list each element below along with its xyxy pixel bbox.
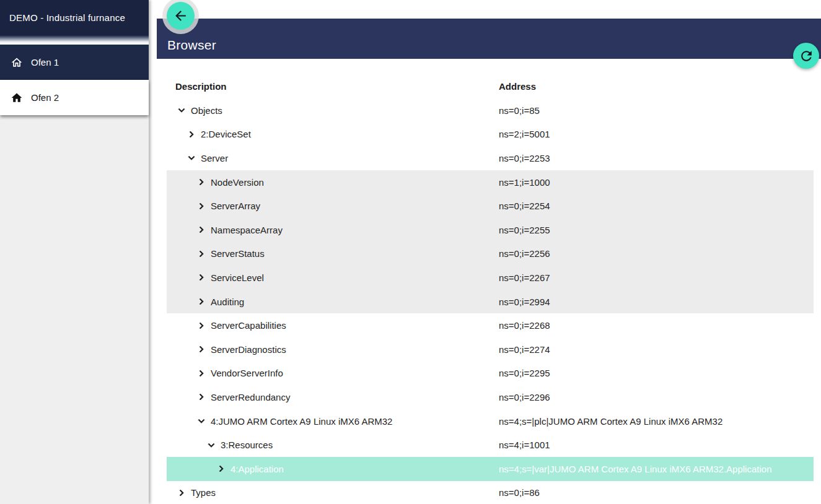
tree-row[interactable]: Serverns=0;i=2253	[167, 146, 814, 170]
sidebar-header: DEMO - Industrial furnance	[0, 0, 149, 35]
node-label: ServerArray	[211, 201, 260, 211]
node-address: ns=0;i=85	[499, 105, 540, 116]
node-address: ns=1;i=1000	[499, 177, 550, 188]
node-address: ns=0;i=2254	[499, 201, 550, 211]
tree-row[interactable]: 3:Resourcesns=4;i=1001	[167, 433, 814, 457]
tree-row[interactable]: NamespaceArrayns=0;i=2255	[167, 218, 814, 242]
node-address: ns=0;i=2268	[499, 320, 550, 331]
chevron-down-icon[interactable]	[195, 415, 208, 427]
arrow-left-icon	[173, 8, 188, 24]
tree-row[interactable]: Auditingns=0;i=2994	[167, 290, 814, 314]
app-root: DEMO - Industrial furnance Ofen 1 Ofen 2…	[0, 0, 821, 504]
sidebar-item-label: Ofen 1	[31, 57, 59, 67]
node-address: ns=0;i=2255	[499, 225, 550, 235]
tree-row[interactable]: ServerArrayns=0;i=2254	[167, 194, 814, 218]
column-header-address: Address	[499, 81, 536, 92]
node-label: 4:JUMO ARM Cortex A9 Linux iMX6 ARM32	[211, 416, 392, 427]
chevron-right-icon[interactable]	[195, 176, 208, 188]
chevron-right-icon[interactable]	[195, 271, 208, 284]
refresh-button[interactable]	[793, 43, 819, 69]
table-header-row: Description Address	[167, 74, 814, 98]
chevron-down-icon[interactable]	[175, 104, 188, 116]
sidebar-item-ofen-1[interactable]: Ofen 1	[0, 45, 149, 80]
tree-row[interactable]: 4:JUMO ARM Cortex A9 Linux iMX6 ARM32ns=…	[167, 409, 814, 433]
node-label: 2:DeviceSet	[201, 129, 251, 139]
node-address: ns=4;s=|var|JUMO ARM Cortex A9 Linux iMX…	[499, 464, 771, 474]
chevron-right-icon[interactable]	[195, 224, 208, 236]
node-label: ServerRedundancy	[211, 392, 290, 402]
chevron-right-icon[interactable]	[195, 343, 208, 355]
tree-row[interactable]: 2:DeviceSetns=2;i=5001	[167, 123, 814, 147]
tree-row[interactable]: VendorServerInfons=0;i=2295	[167, 362, 814, 386]
node-label: Objects	[191, 105, 222, 116]
chevron-right-icon[interactable]	[195, 391, 208, 403]
main-panel: Browser Description Address Objectsns=0;…	[149, 0, 821, 504]
node-label: ServerCapabilities	[211, 320, 286, 331]
tree-rows: Objectsns=0;i=852:DeviceSetns=2;i=5001Se…	[167, 98, 814, 504]
refresh-icon	[799, 48, 814, 64]
node-label: ServerStatus	[211, 248, 265, 259]
node-address: ns=0;i=2296	[499, 392, 550, 402]
node-label: Types	[191, 487, 216, 498]
chevron-down-icon[interactable]	[185, 152, 198, 164]
node-label: Server	[201, 153, 228, 163]
node-label: NodeVersion	[211, 177, 264, 188]
chevron-right-icon[interactable]	[195, 248, 208, 260]
home-icon	[11, 56, 23, 69]
node-address: ns=4;i=1001	[499, 440, 550, 450]
column-header-description: Description	[167, 81, 227, 92]
node-address: ns=0;i=2256	[499, 248, 550, 259]
tree-row[interactable]: 4:Applicationns=4;s=|var|JUMO ARM Cortex…	[167, 457, 814, 481]
home-icon	[11, 92, 23, 104]
node-label: 3:Resources	[221, 440, 273, 450]
node-address: ns=0;i=86	[499, 487, 540, 498]
node-label: NamespaceArray	[211, 225, 283, 235]
node-address: ns=4;s=|plc|JUMO ARM Cortex A9 Linux iMX…	[499, 416, 722, 427]
tree-row[interactable]: ServerRedundancyns=0;i=2296	[167, 385, 814, 409]
chevron-right-icon[interactable]	[195, 295, 208, 308]
page-title: Browser	[167, 38, 216, 53]
app-title: DEMO - Industrial furnance	[9, 12, 125, 23]
browser-header: Browser	[157, 19, 821, 59]
sidebar-item-ofen-2[interactable]: Ofen 2	[0, 80, 149, 115]
node-address: ns=0;i=2295	[499, 368, 550, 378]
chevron-right-icon[interactable]	[195, 200, 208, 212]
tree-row[interactable]: ServerCapabilitiesns=0;i=2268	[167, 313, 814, 337]
sidebar: DEMO - Industrial furnance Ofen 1 Ofen 2	[0, 0, 149, 504]
chevron-right-icon[interactable]	[195, 319, 208, 332]
chevron-right-icon[interactable]	[185, 128, 198, 141]
chevron-right-icon[interactable]	[195, 367, 208, 380]
tree-row[interactable]: ServiceLevelns=0;i=2267	[167, 266, 814, 290]
node-label: Auditing	[211, 297, 244, 307]
node-address: ns=2;i=5001	[499, 129, 550, 139]
sidebar-item-label: Ofen 2	[31, 92, 59, 103]
browse-table: Description Address Objectsns=0;i=852:De…	[167, 74, 814, 504]
chevron-right-icon[interactable]	[175, 487, 188, 499]
node-label: ServerDiagnostics	[211, 344, 286, 355]
sidebar-divider	[0, 35, 149, 45]
chevron-right-icon[interactable]	[215, 463, 227, 475]
tree-row[interactable]: ServerStatusns=0;i=2256	[167, 242, 814, 266]
node-label: VendorServerInfo	[211, 368, 283, 378]
tree-row[interactable]: Objectsns=0;i=85	[167, 98, 814, 123]
tree-row[interactable]: NodeVersionns=1;i=1000	[167, 170, 814, 194]
node-label: 4:Application	[230, 464, 284, 474]
tree-row[interactable]: ServerDiagnosticsns=0;i=2274	[167, 337, 814, 362]
node-address: ns=0;i=2253	[499, 153, 550, 163]
sidebar-nav: Ofen 1 Ofen 2	[0, 45, 149, 115]
node-address: ns=0;i=2274	[499, 344, 550, 355]
back-button[interactable]	[167, 2, 195, 30]
node-address: ns=0;i=2267	[499, 272, 550, 283]
tree-row[interactable]: Typesns=0;i=86	[167, 481, 814, 504]
node-label: ServiceLevel	[211, 272, 264, 283]
node-address: ns=0;i=2994	[499, 297, 550, 307]
chevron-down-icon[interactable]	[205, 439, 217, 451]
